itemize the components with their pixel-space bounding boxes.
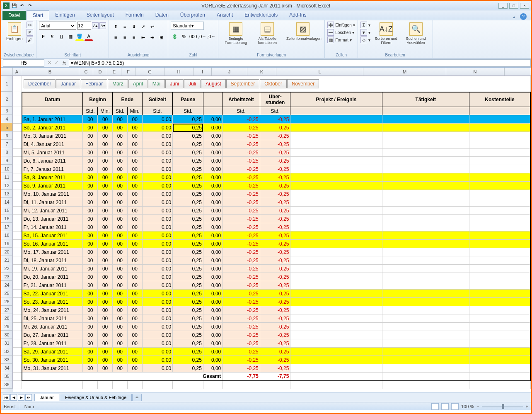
cell[interactable]: 0,25 [173, 149, 203, 157]
row-header-1[interactable]: 1 [1, 76, 13, 92]
cell[interactable]: 00 [83, 157, 98, 165]
ribbon-tab-start[interactable]: Start [27, 10, 49, 20]
cell[interactable]: 0,00 [203, 182, 222, 190]
cell[interactable]: 00 [112, 215, 127, 223]
row-header-8[interactable]: 8 [1, 148, 13, 156]
cell[interactable]: 0,25 [173, 215, 203, 223]
page-layout-view-icon[interactable] [441, 403, 449, 410]
cell[interactable]: So, 2. Januar 2011 [22, 124, 83, 132]
row-header-25[interactable]: 25 [1, 289, 13, 297]
cell[interactable]: -0,25 [222, 223, 260, 231]
cell[interactable]: 00 [112, 314, 127, 323]
row-header-26[interactable]: 26 [1, 297, 13, 306]
cell[interactable] [469, 132, 530, 140]
cell[interactable] [290, 331, 382, 339]
cell[interactable]: 0,25 [173, 331, 203, 339]
cell[interactable] [469, 339, 530, 348]
cell[interactable]: Fr, 21. Januar 2011 [22, 281, 83, 290]
cell[interactable]: -0,25 [260, 290, 290, 298]
cell[interactable]: Sa, 8. Januar 2011 [22, 173, 83, 182]
align-top-icon[interactable]: ⬆ [111, 22, 120, 31]
cell[interactable]: 0,00 [203, 240, 222, 248]
cell[interactable] [382, 248, 469, 256]
cell[interactable]: 00 [127, 306, 142, 314]
cell[interactable]: 0,25 [173, 265, 203, 273]
cell[interactable] [290, 364, 382, 373]
cell[interactable]: -0,25 [222, 364, 260, 373]
cell[interactable]: 00 [83, 306, 98, 314]
cell[interactable]: -0,25 [260, 314, 290, 323]
cell[interactable] [469, 265, 530, 273]
cell[interactable]: -0,25 [260, 165, 290, 173]
find-select-button[interactable]: 🔍Suchen und Auswählen [402, 22, 430, 46]
save-icon[interactable]: 💾 [11, 2, 17, 9]
cell[interactable] [290, 132, 382, 140]
subheader-cell[interactable]: Std. [260, 107, 290, 115]
cell[interactable]: Mi, 19. Januar 2011 [22, 265, 83, 273]
col-header-K[interactable]: K [247, 68, 276, 75]
paste-button[interactable]: 📋 Einfügen [4, 22, 25, 42]
cell[interactable] [382, 356, 469, 364]
cell[interactable] [13, 339, 22, 348]
cell[interactable]: 0,00 [203, 223, 222, 231]
cell[interactable]: 00 [127, 215, 142, 223]
cell[interactable]: -7,75 [260, 373, 290, 381]
cell[interactable]: 0,00 [203, 115, 222, 124]
cell[interactable]: 0,00 [142, 207, 173, 215]
ribbon-tab-einfügen[interactable]: Einfügen [49, 10, 80, 20]
cell[interactable]: 00 [127, 348, 142, 356]
col-header-E[interactable]: E [107, 68, 121, 75]
cell[interactable]: 0,00 [142, 273, 173, 281]
normal-view-icon[interactable] [431, 403, 439, 410]
cell[interactable]: 00 [83, 273, 98, 281]
cell[interactable]: 00 [112, 323, 127, 331]
cell[interactable]: -0,25 [222, 348, 260, 356]
cell[interactable]: 0,25 [173, 182, 203, 190]
cell[interactable] [13, 314, 22, 323]
cell[interactable]: 00 [112, 149, 127, 157]
cell[interactable]: So, 30. Januar 2011 [22, 356, 83, 364]
cell[interactable] [290, 381, 382, 389]
cell[interactable]: 00 [127, 173, 142, 182]
row-header-12[interactable]: 12 [1, 181, 13, 190]
cell[interactable]: -0,25 [260, 190, 290, 198]
cell[interactable]: 00 [98, 364, 113, 373]
row-header-11[interactable]: 11 [1, 173, 13, 181]
cell[interactable] [127, 381, 142, 389]
cell[interactable] [382, 281, 469, 290]
cell[interactable]: 0,00 [142, 339, 173, 348]
cell[interactable]: 00 [83, 165, 98, 173]
decrease-indent-icon[interactable]: ⇤ [139, 33, 147, 41]
cell[interactable]: 00 [83, 298, 98, 306]
cell[interactable]: -0,25 [260, 173, 290, 182]
cell[interactable]: Sa, 15. Januar 2011 [22, 231, 83, 240]
cell[interactable]: Mi, 12. Januar 2011 [22, 207, 83, 215]
cell[interactable]: 0,25 [173, 124, 203, 132]
cell[interactable]: 00 [127, 323, 142, 331]
subheader-cell[interactable]: Std. [173, 107, 203, 115]
autosum-icon[interactable]: Σ▾ [360, 22, 370, 28]
maximize-icon[interactable]: □ [509, 3, 518, 9]
cell[interactable] [290, 265, 382, 273]
cell[interactable] [469, 240, 530, 248]
cell[interactable]: -0,25 [222, 149, 260, 157]
cell[interactable] [13, 190, 22, 198]
cell[interactable]: Do, 13. Januar 2011 [22, 215, 83, 223]
cell[interactable]: 00 [127, 124, 142, 132]
cell[interactable]: 0,25 [173, 248, 203, 256]
cell[interactable]: 00 [112, 223, 127, 231]
subheader-cell[interactable] [22, 107, 83, 115]
cell[interactable]: 00 [127, 157, 142, 165]
header-cell[interactable]: Beginn [83, 92, 113, 107]
increase-indent-icon[interactable]: ⇥ [148, 33, 156, 41]
row-header-6[interactable]: 6 [1, 132, 13, 140]
cell[interactable]: 00 [83, 348, 98, 356]
row-header-20[interactable]: 20 [1, 248, 13, 256]
cell[interactable]: 00 [112, 182, 127, 190]
cell[interactable]: 0,25 [173, 281, 203, 290]
cell[interactable]: 0,00 [142, 290, 173, 298]
cell[interactable]: 0,00 [142, 356, 173, 364]
cell[interactable]: -0,25 [222, 331, 260, 339]
decrease-decimal-icon[interactable]: ,0← [207, 32, 215, 41]
cell[interactable]: -0,25 [260, 256, 290, 265]
